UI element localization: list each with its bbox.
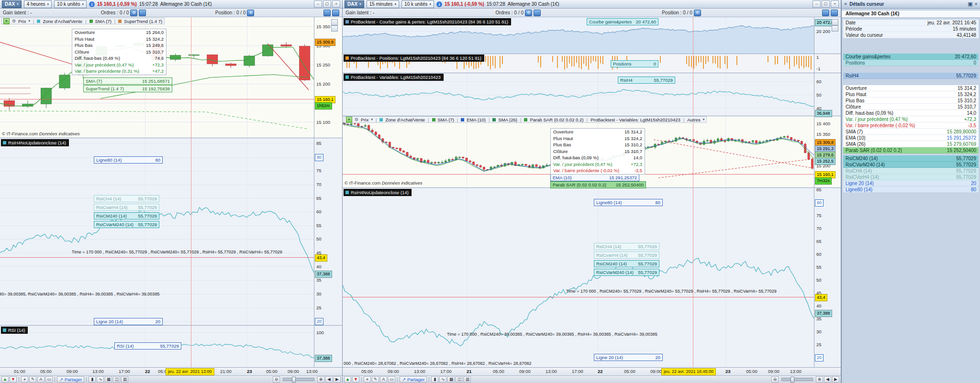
rsicvarh4-box[interactable]: RsiCvarH4 (14)55,77029 bbox=[94, 204, 159, 211]
time-axis[interactable]: 01:00 05:00 09:00 13:00 17:00 22 05:00 j… bbox=[0, 367, 342, 376]
layout-icon[interactable]: ▥ bbox=[464, 376, 471, 383]
rsi14-pane-tag[interactable]: RSI (14) bbox=[1, 327, 28, 334]
alerts-icon[interactable] bbox=[822, 10, 829, 16]
split-pane-icon[interactable]: ◫ bbox=[113, 376, 120, 383]
variables-pane-tag[interactable]: ProBacktest - Variables: LgtM15sh2021042… bbox=[344, 74, 444, 81]
scroll-right-icon[interactable]: ▶ bbox=[832, 376, 839, 383]
axis-tools-icon[interactable] bbox=[331, 19, 338, 25]
rsicvarm240-row[interactable]: RsiCVarM240 (14)55,77029 bbox=[843, 162, 979, 168]
draw-tool-icon[interactable]: ✎ bbox=[29, 376, 36, 383]
eraser-tool-icon[interactable]: ▭ bbox=[388, 376, 395, 383]
buy-button[interactable]: ▲ bbox=[1, 376, 9, 383]
maximize-icon[interactable]: ▢ bbox=[323, 0, 331, 8]
scroll-left-icon[interactable]: ◀ bbox=[325, 376, 333, 383]
split-pane-icon[interactable]: ◫ bbox=[456, 376, 463, 383]
time-axis[interactable]: 05:00 09:00 13:00 17:00 21 05:00 09:00 1… bbox=[343, 367, 841, 376]
window-titlebar[interactable]: DAX▾ 15 minutes▾ 10 k unités▾ i 15 160,1… bbox=[343, 0, 841, 9]
draw-tool-icon[interactable]: ✎ bbox=[372, 376, 379, 383]
sell-button[interactable]: ▼ bbox=[352, 376, 359, 383]
legend-item-prix[interactable]: Prix bbox=[18, 19, 26, 24]
rsicvarm240-box[interactable]: RsiCVarM240 (14)55,77029 bbox=[594, 269, 659, 276]
zoom-slider[interactable] bbox=[283, 378, 314, 381]
line-type-icon[interactable]: ∿ bbox=[97, 376, 104, 383]
gains-pane-tag[interactable]: ProBacktest - Courbe gains & pertes: Lgt… bbox=[344, 18, 511, 25]
supertrend-value-box[interactable]: SuperTrend (1.4 7)15 192,75838 bbox=[83, 85, 172, 92]
ligne80-row[interactable]: Ligne80 (14)80 bbox=[843, 186, 979, 193]
close-icon[interactable]: × bbox=[332, 0, 340, 8]
close-icon[interactable]: × bbox=[831, 0, 839, 8]
ema-value-box[interactable]: EMA (10)15 291,25372 bbox=[550, 174, 639, 181]
rsi14-value-box[interactable]: RSI (14)55,77029 bbox=[114, 342, 181, 350]
timeframe-dropdown[interactable]: 15 minutes▾ bbox=[367, 0, 399, 8]
minimize-icon[interactable]: – bbox=[314, 0, 322, 8]
ligne20-box[interactable]: Ligne 20 (14)20 bbox=[594, 354, 663, 361]
candlestick-type-icon[interactable]: ▮ bbox=[89, 376, 96, 383]
axis-tools-icon[interactable] bbox=[832, 19, 838, 25]
pin-icon[interactable]: ▣ bbox=[968, 1, 972, 7]
zoom-in-icon[interactable]: ⊕ bbox=[317, 376, 324, 383]
legend-item-zone[interactable]: Zone d'Achat/Vente bbox=[385, 117, 425, 122]
ema10-row[interactable]: EMA (10)15 291,25372 bbox=[843, 135, 979, 141]
timeframe-dropdown[interactable]: 4 heures▾ bbox=[24, 0, 52, 8]
zoom-out-icon[interactable]: ⊖ bbox=[273, 376, 280, 383]
symbol-dropdown[interactable]: DAX▾ bbox=[2, 0, 22, 8]
zoom-in-icon[interactable]: ⊕ bbox=[816, 376, 823, 383]
rsich4-box[interactable]: RsiCH4 (14)55,77029 bbox=[94, 195, 159, 202]
text-tool-icon[interactable]: A bbox=[37, 376, 45, 383]
layout-icon[interactable]: ▥ bbox=[121, 376, 128, 383]
cursor-tool-icon[interactable]: ⌖ bbox=[21, 376, 28, 383]
pane-divider[interactable] bbox=[0, 325, 342, 326]
sidebar-titlebar[interactable]: ⌖ Détails curseur ▣ × bbox=[842, 0, 980, 9]
line-type-icon[interactable]: ∿ bbox=[439, 376, 446, 383]
units-dropdown[interactable]: 10 k unités▾ bbox=[54, 0, 87, 8]
legend-item-backtest[interactable]: ProBacktest - Variables: LgtM15sh2021042… bbox=[590, 117, 680, 122]
gear-icon[interactable]: ⚙ bbox=[355, 117, 358, 122]
rsicvarm240-box[interactable]: RsiCVarM240 (14)55,77029 bbox=[94, 221, 159, 228]
rsih4-row[interactable]: RsiH455,77029 bbox=[843, 73, 979, 79]
workspace-icon[interactable] bbox=[332, 10, 339, 16]
scroll-left-icon[interactable]: ◀ bbox=[824, 376, 831, 383]
orders-list-icon[interactable] bbox=[139, 10, 146, 16]
maximize-icon[interactable]: ▢ bbox=[822, 0, 830, 8]
rsicm240-box[interactable]: RsiCM240 (14)55,77029 bbox=[94, 212, 159, 219]
info-icon[interactable]: i bbox=[436, 1, 442, 7]
grid-icon[interactable]: ▦ bbox=[105, 376, 112, 383]
rsih4-pane-tag[interactable]: RsiH4NoUpdateonclose (14) bbox=[344, 189, 412, 196]
close-icon[interactable]: × bbox=[975, 1, 978, 7]
add-indicator-button[interactable]: + bbox=[3, 18, 10, 24]
axis-tools-icon[interactable] bbox=[832, 25, 838, 32]
ligne80-box[interactable]: Ligne80 (14)80 bbox=[94, 156, 163, 164]
pane-divider[interactable] bbox=[343, 73, 841, 73]
info-icon[interactable]: i bbox=[89, 1, 95, 7]
zoom-slider-thumb[interactable] bbox=[292, 377, 296, 383]
orders-list-icon[interactable] bbox=[534, 10, 541, 16]
text-tool-icon[interactable]: A bbox=[380, 376, 387, 383]
rsicm240-box[interactable]: RsiCM240 (14)55,77029 bbox=[594, 260, 659, 267]
gear-icon[interactable]: ⚙ bbox=[12, 19, 16, 23]
scroll-right-icon[interactable]: ▶ bbox=[334, 376, 341, 383]
sma26-row[interactable]: SMA (26)15 279,60769 bbox=[843, 141, 979, 147]
sar-value-box[interactable]: Parab SAR (0.02 0.02 0.2)15 252,50400 bbox=[550, 181, 646, 188]
ligne20-box[interactable]: Ligne 20 (14)20 bbox=[94, 318, 163, 325]
units-dropdown[interactable]: 10 k unités▾ bbox=[401, 0, 434, 8]
gains-value-box[interactable]: Courbe gains&pertes20 472,60 bbox=[587, 18, 658, 25]
zoom-slider[interactable] bbox=[781, 378, 813, 381]
price-axis[interactable] bbox=[314, 17, 314, 367]
minimize-icon[interactable]: – bbox=[813, 0, 821, 8]
grid-icon[interactable]: ▦ bbox=[447, 376, 455, 383]
legend-item-zone[interactable]: Zone d'Achat/Vente bbox=[43, 19, 82, 24]
rsih4-pane-tag[interactable]: RsiH4NoUpdateonclose (14) bbox=[1, 139, 69, 146]
eraser-tool-icon[interactable]: ▭ bbox=[45, 376, 53, 383]
position-settings-icon[interactable]: ⚙ bbox=[247, 10, 254, 16]
pane-divider[interactable] bbox=[0, 138, 342, 138]
rsicvarh4-box[interactable]: RsiCvarH4 (14)55,77029 bbox=[594, 252, 659, 259]
legend-item-prix[interactable]: Prix bbox=[361, 117, 368, 122]
ligne20-row[interactable]: Ligne 20 (14)20 bbox=[843, 180, 979, 186]
add-indicator-button[interactable]: + bbox=[346, 117, 352, 123]
legend-item-autres[interactable]: Autres bbox=[687, 117, 700, 122]
buy-button[interactable]: ▲ bbox=[344, 376, 351, 383]
positions-value-box[interactable]: Positions0 bbox=[611, 60, 658, 67]
gains-row[interactable]: Courbe gains&pertes20 472,60 bbox=[843, 54, 979, 60]
price-axis[interactable] bbox=[814, 17, 814, 367]
rsicvarh4-row[interactable]: RsiCVarH4 (14)55,77029 bbox=[843, 174, 979, 180]
